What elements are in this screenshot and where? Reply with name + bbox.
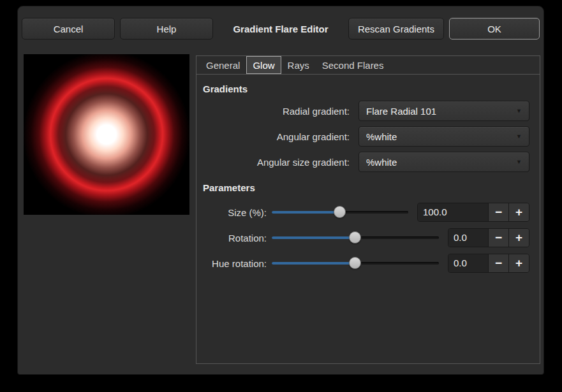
tab-bar: General Glow Rays Second Flares xyxy=(196,56,540,75)
size-value-field[interactable]: 100.0 xyxy=(418,203,488,221)
angular-size-gradient-label: Angular size gradient: xyxy=(203,157,359,168)
hue-rotation-label: Hue rotation: xyxy=(203,258,267,269)
size-spinbox: 100.0 − + xyxy=(417,203,529,222)
headerbar: Cancel Help Gradient Flare Editor Rescan… xyxy=(18,6,544,51)
size-row: Size (%): 100.0 − + xyxy=(203,200,529,225)
screen: Cancel Help Gradient Flare Editor Rescan… xyxy=(0,0,562,392)
headerbar-left-group: Cancel Help xyxy=(22,18,213,40)
hue-rotation-row: Hue rotation: 0.0 − + xyxy=(203,250,529,276)
hue-rotation-slider[interactable] xyxy=(272,250,439,276)
angular-gradient-label: Angular gradient: xyxy=(203,131,359,142)
radial-gradient-row: Radial gradient: Flare Radial 101 ▼ xyxy=(203,101,529,121)
rotation-minus-button[interactable]: − xyxy=(488,229,508,247)
tab-glow[interactable]: Glow xyxy=(246,56,281,74)
size-slider-fill xyxy=(272,211,340,214)
rotation-slider[interactable] xyxy=(272,225,439,250)
rotation-slider-handle[interactable] xyxy=(349,231,361,243)
hue-rotation-minus-button[interactable]: − xyxy=(488,254,508,272)
cancel-button[interactable]: Cancel xyxy=(22,18,115,40)
size-minus-button[interactable]: − xyxy=(488,203,508,221)
hue-rotation-spinbox: 0.0 − + xyxy=(448,254,529,273)
rotation-label: Rotation: xyxy=(203,233,267,243)
radial-gradient-label: Radial gradient: xyxy=(203,106,359,117)
flare-image xyxy=(24,54,189,215)
size-slider[interactable] xyxy=(272,200,408,225)
radial-gradient-value: Flare Radial 101 xyxy=(366,106,516,117)
size-slider-handle[interactable] xyxy=(334,206,346,218)
angular-gradient-dropdown[interactable]: %white ▼ xyxy=(359,126,529,147)
angular-size-gradient-row: Angular size gradient: %white ▼ xyxy=(203,152,529,172)
rotation-slider-fill xyxy=(272,236,355,239)
hue-rotation-slider-fill xyxy=(272,262,355,265)
tab-content-glow: Gradients Radial gradient: Flare Radial … xyxy=(196,75,540,276)
rotation-plus-button[interactable]: + xyxy=(508,229,529,247)
help-button[interactable]: Help xyxy=(120,18,213,40)
hue-rotation-value-field[interactable]: 0.0 xyxy=(448,254,488,272)
tab-second-flares[interactable]: Second Flares xyxy=(316,56,390,74)
size-plus-button[interactable]: + xyxy=(508,203,529,221)
angular-gradient-value: %white xyxy=(366,131,516,142)
chevron-down-icon: ▼ xyxy=(516,108,522,114)
parameters-heading: Parameters xyxy=(203,182,529,193)
angular-gradient-row: Angular gradient: %white ▼ xyxy=(203,126,529,147)
gradients-heading: Gradients xyxy=(203,83,529,94)
hue-rotation-plus-button[interactable]: + xyxy=(508,254,529,272)
rotation-spinbox: 0.0 − + xyxy=(448,228,529,247)
rotation-row: Rotation: 0.0 − + xyxy=(203,225,529,250)
angular-size-gradient-value: %white xyxy=(366,157,516,168)
radial-gradient-dropdown[interactable]: Flare Radial 101 ▼ xyxy=(359,101,529,121)
chevron-down-icon: ▼ xyxy=(516,134,522,140)
flare-preview xyxy=(24,54,189,215)
notebook: General Glow Rays Second Flares Gradient… xyxy=(196,55,540,364)
chevron-down-icon: ▼ xyxy=(516,159,522,165)
size-label: Size (%): xyxy=(203,207,267,218)
rotation-value-field[interactable]: 0.0 xyxy=(448,229,488,247)
ok-button[interactable]: OK xyxy=(449,18,540,40)
tab-general[interactable]: General xyxy=(200,56,246,74)
rescan-gradients-button[interactable]: Rescan Gradients xyxy=(348,18,444,40)
hue-rotation-slider-handle[interactable] xyxy=(349,257,361,269)
headerbar-right-group: Rescan Gradients OK xyxy=(348,18,540,40)
tab-rays[interactable]: Rays xyxy=(281,56,316,74)
gradient-flare-editor-dialog: Cancel Help Gradient Flare Editor Rescan… xyxy=(17,6,544,375)
angular-size-gradient-dropdown[interactable]: %white ▼ xyxy=(359,152,529,172)
